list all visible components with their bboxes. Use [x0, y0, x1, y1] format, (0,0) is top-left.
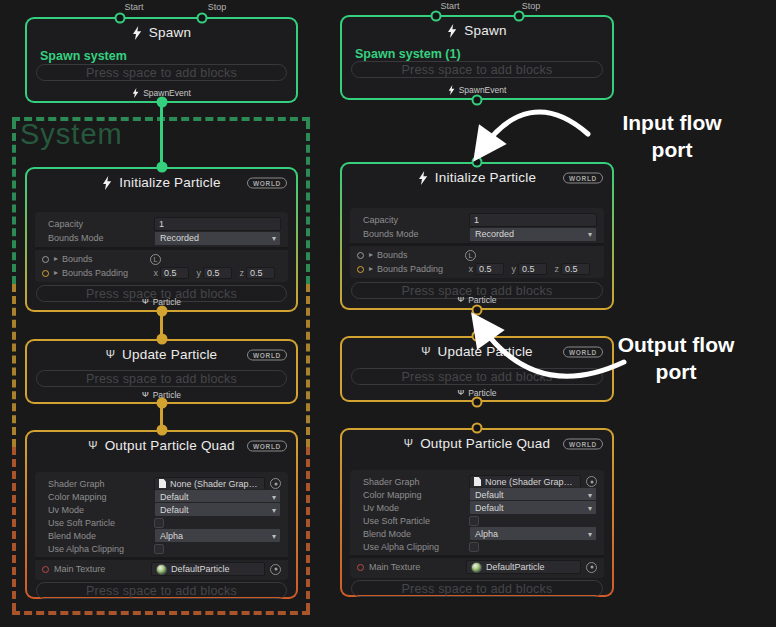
- initialize-input-flow-port[interactable]: [472, 157, 483, 168]
- object-picker-icon[interactable]: [586, 476, 597, 487]
- flow-edge-spawn-to-initialize[interactable]: [160, 102, 163, 168]
- system-name-label[interactable]: Spawn system: [27, 49, 296, 63]
- bounds-port[interactable]: [357, 252, 364, 259]
- main-texture-port[interactable]: [357, 564, 364, 571]
- world-space-badge[interactable]: WORLD: [247, 440, 287, 451]
- initialize-input-flow-port[interactable]: [157, 162, 168, 173]
- bounds-padding-port[interactable]: [357, 266, 364, 273]
- update-input-flow-port[interactable]: [472, 331, 483, 342]
- use-soft-particle-checkbox[interactable]: [154, 518, 164, 528]
- world-space-badge[interactable]: WORLD: [563, 172, 603, 183]
- context-node-initialize-particle[interactable]: Initialize Particle WORLD Capacity 1 Bou…: [340, 162, 614, 310]
- particle-icon: [88, 440, 97, 451]
- expander-icon[interactable]: [54, 269, 58, 277]
- node-header[interactable]: Spawn: [27, 19, 296, 46]
- flow-port-stop[interactable]: [197, 13, 208, 24]
- start-port-label: Start: [440, 1, 459, 11]
- bounds-padding-z-input[interactable]: 0.5: [246, 267, 275, 279]
- object-picker-icon[interactable]: [270, 478, 281, 489]
- bounds-padding-x-input[interactable]: 0.5: [475, 263, 504, 275]
- node-header[interactable]: Spawn: [342, 17, 612, 44]
- add-blocks-placeholder[interactable]: Press space to add blocks: [351, 61, 603, 78]
- object-picker-icon[interactable]: [586, 562, 597, 573]
- add-blocks-placeholder[interactable]: Press space to add blocks: [36, 370, 287, 387]
- object-picker-icon[interactable]: [270, 564, 281, 575]
- uv-mode-dropdown[interactable]: Default: [154, 502, 281, 517]
- capacity-input[interactable]: 1: [154, 217, 281, 231]
- node-header[interactable]: Update Particle WORLD: [342, 338, 612, 365]
- node-title: Initialize Particle: [119, 175, 220, 190]
- update-output-flow-port[interactable]: [472, 397, 483, 408]
- uv-mode-dropdown[interactable]: Default: [469, 500, 597, 515]
- panel-divider: [350, 555, 604, 558]
- flow-port-stop[interactable]: [514, 11, 525, 22]
- world-space-badge[interactable]: WORLD: [247, 177, 287, 188]
- blend-mode-row: Blend Mode Alpha: [350, 527, 604, 540]
- spawn-output-flow-port[interactable]: [157, 97, 168, 108]
- expander-icon[interactable]: [369, 251, 373, 259]
- initialize-output-flow-port[interactable]: [472, 305, 483, 316]
- shader-graph-label: Shader Graph: [42, 479, 154, 489]
- node-header[interactable]: Initialize Particle WORLD: [342, 164, 612, 191]
- system-group-border-right: [306, 447, 310, 611]
- bounds-mode-dropdown[interactable]: Recorded: [154, 231, 281, 246]
- blend-mode-dropdown[interactable]: Alpha: [154, 528, 281, 543]
- use-alpha-clipping-checkbox[interactable]: [469, 542, 479, 552]
- context-node-output-particle-quad[interactable]: Output Particle Quad WORLD Shader Graph …: [340, 428, 614, 597]
- bounds-padding-z-input[interactable]: 0.5: [561, 263, 590, 275]
- bounds-padding-x-input[interactable]: 0.5: [160, 267, 189, 279]
- bounds-port[interactable]: [42, 256, 49, 263]
- input-flow-arrow: [483, 112, 588, 148]
- bounds-padding-port[interactable]: [42, 270, 49, 277]
- expander-icon[interactable]: [369, 265, 373, 273]
- use-alpha-clipping-checkbox[interactable]: [154, 544, 164, 554]
- update-output-flow-port[interactable]: [157, 398, 168, 409]
- flow-port-start[interactable]: [115, 13, 126, 24]
- context-node-output-particle-quad[interactable]: Output Particle Quad WORLD Shader Graph …: [25, 430, 298, 599]
- use-alpha-clipping-label: Use Alpha Clipping: [42, 544, 154, 554]
- input-flow-port-annotation: Input flow port: [582, 109, 762, 163]
- node-settings-panel: Shader Graph None (Shader Graph Vfx Asse…: [35, 472, 288, 580]
- context-node-spawn[interactable]: Spawn Spawn system (1) Press space to ad…: [340, 15, 614, 100]
- node-header[interactable]: Output Particle Quad WORLD: [342, 430, 612, 457]
- axis-y-label: y: [193, 268, 201, 278]
- add-blocks-placeholder[interactable]: Press space to add blocks: [36, 582, 287, 599]
- world-space-badge[interactable]: WORLD: [563, 438, 603, 449]
- update-input-flow-port[interactable]: [157, 334, 168, 345]
- context-node-initialize-particle[interactable]: Initialize Particle WORLD Capacity 1 Bou…: [25, 167, 298, 312]
- particle-icon: [421, 346, 430, 357]
- main-texture-object-field[interactable]: DefaultParticle: [466, 560, 581, 574]
- node-header[interactable]: Initialize Particle WORLD: [27, 169, 296, 196]
- world-space-badge[interactable]: WORLD: [247, 349, 287, 360]
- add-blocks-placeholder[interactable]: Press space to add blocks: [351, 580, 603, 597]
- output-input-flow-port[interactable]: [472, 423, 483, 434]
- system-group-border-left: [12, 121, 16, 284]
- bounds-padding-y-input[interactable]: 0.5: [203, 267, 232, 279]
- color-mapping-label: Color Mapping: [357, 490, 469, 500]
- bounds-mode-dropdown[interactable]: Recorded: [469, 227, 597, 242]
- node-header[interactable]: Update Particle WORLD: [27, 341, 296, 368]
- output-input-flow-port[interactable]: [157, 425, 168, 436]
- main-texture-object-field[interactable]: DefaultParticle: [151, 562, 265, 576]
- context-node-update-particle[interactable]: Update Particle WORLD Press space to add…: [340, 336, 614, 402]
- capacity-input[interactable]: 1: [469, 213, 597, 227]
- vfx-graph-canvas[interactable]: System Start Stop Spawn Spawn system Pre…: [0, 0, 776, 627]
- flow-port-start[interactable]: [431, 11, 442, 22]
- blend-mode-dropdown[interactable]: Alpha: [469, 526, 597, 541]
- add-blocks-placeholder[interactable]: Press space to add blocks: [36, 64, 287, 81]
- main-texture-port[interactable]: [42, 566, 49, 573]
- use-soft-particle-checkbox[interactable]: [469, 516, 479, 526]
- bounds-padding-y-input[interactable]: 0.5: [518, 263, 547, 275]
- initialize-output-flow-port[interactable]: [157, 306, 168, 317]
- system-group-label[interactable]: System: [20, 118, 123, 151]
- system-name-label[interactable]: Spawn system (1): [342, 47, 612, 61]
- add-blocks-placeholder[interactable]: Press space to add blocks: [351, 368, 603, 385]
- node-header[interactable]: Output Particle Quad WORLD: [27, 432, 296, 459]
- spawn-output-flow-port[interactable]: [472, 95, 483, 106]
- context-node-update-particle[interactable]: Update Particle WORLD Press space to add…: [25, 339, 298, 404]
- local-space-icon[interactable]: L: [465, 250, 476, 261]
- axis-z-label: z: [551, 264, 559, 274]
- expander-icon[interactable]: [54, 255, 58, 263]
- local-space-icon[interactable]: L: [150, 254, 161, 265]
- context-node-spawn[interactable]: Spawn Spawn system Press space to add bl…: [25, 17, 298, 103]
